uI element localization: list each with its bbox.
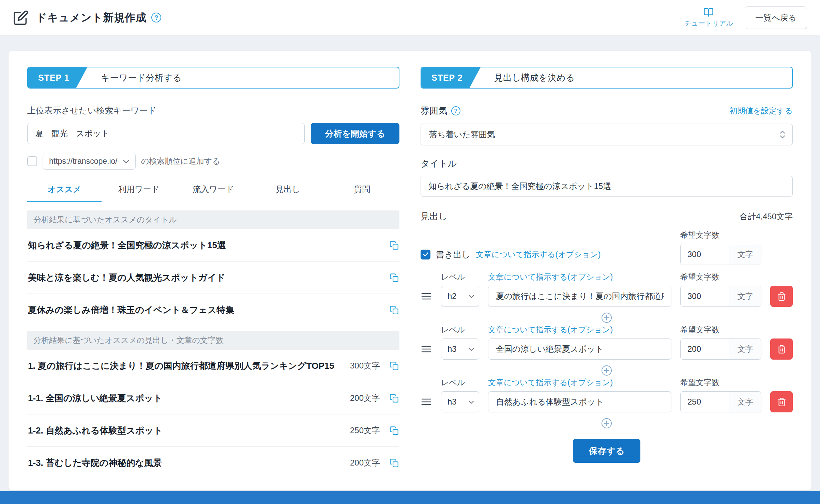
title-suggestion-row: 夏休みの楽しみ倍増！珠玉のイベント＆フェス特集 [27,294,399,326]
heading-text-input[interactable] [488,391,671,412]
add-heading-button[interactable] [601,365,612,376]
instruction-link[interactable]: 文章について指示する(オプション) [488,272,671,282]
level-select[interactable]: h2 [441,286,479,307]
tab-questions[interactable]: 質問 [325,178,399,202]
title-suggestion-row: 美味と涼を楽しむ！夏の人気観光スポットガイド [27,262,399,294]
copy-icon[interactable] [390,305,399,315]
copy-icon[interactable] [390,273,399,282]
heading-chars: 250文字 [350,424,380,437]
title-label: タイトル [421,158,793,170]
title-suggestion-text: 夏休みの楽しみ倍増！珠玉のイベント＆フェス特集 [28,303,381,317]
instruction-link[interactable]: 文章について指示する(オプション) [488,325,671,335]
add-heading-button[interactable] [601,418,612,429]
copy-icon[interactable] [390,394,399,403]
level-label: レベル [441,377,479,388]
drag-handle-icon[interactable] [421,345,431,353]
chevron-down-icon [469,347,474,351]
heading-suggestion-text: 1-2. 自然あふれる体験型スポット [28,424,342,437]
step1-badge: STEP 1 [28,67,87,88]
level-select-value: h3 [447,344,457,354]
heading-chars-input[interactable] [681,286,729,306]
site-url-value: https://transcope.io/ [49,157,118,166]
intro-checkbox[interactable] [421,250,430,259]
step1-title: キーワード分析する [101,72,182,84]
edit-document-icon [13,10,29,26]
recommended-headings-header: 分析結果に基づいたオススメの見出し・文章の文字数 [27,331,399,350]
rank-checkbox-suffix: の検索順位に追加する [141,156,220,167]
trash-icon [777,345,786,354]
step1-panel: STEP 1 キーワード分析する 上位表示させたい検索キーワード 分析を開始する… [27,67,399,490]
rank-checkbox[interactable] [27,156,37,166]
heading-suggestion-text: 1. 夏の旅行はここに決まり！夏の国内旅行都道府県別人気ランキングTOP15 [28,359,342,373]
level-select-value: h3 [447,397,457,407]
level-select[interactable]: h3 [441,338,479,360]
step2-title: 見出し構成を決める [494,72,575,84]
mood-help-icon[interactable]: ? [451,106,460,115]
total-chars: 合計4,450文字 [740,211,793,222]
site-url-select[interactable]: https://transcope.io/ [43,153,136,170]
desired-chars-label: 希望文字数 [680,272,761,282]
level-select[interactable]: h3 [441,391,479,412]
recommended-titles-header: 分析結果に基づいたオススメのタイトル [27,210,399,229]
keyword-input[interactable] [27,123,305,144]
step2-badge: STEP 2 [421,67,481,88]
save-button[interactable]: 保存する [573,439,640,463]
desired-chars-label: 希望文字数 [680,377,761,388]
tutorial-button[interactable]: チュートリアル [684,7,733,28]
tab-headings[interactable]: 見出し [250,178,325,202]
tab-used-words[interactable]: 利用ワード [102,178,176,202]
mood-select[interactable]: 落ち着いた雰囲気 [421,124,793,145]
level-label: レベル [441,325,479,335]
analyze-button[interactable]: 分析を開始する [311,123,399,144]
title-suggestion-text: 美味と涼を楽しむ！夏の人気観光スポットガイド [28,271,381,284]
heading-chars-input[interactable] [681,339,729,359]
heading-suggestion-row: 1. 夏の旅行はここに決まり！夏の国内旅行都道府県別人気ランキングTOP15 3… [27,350,399,382]
heading-chars-group: 文字 [680,391,761,412]
step1-banner: STEP 1 キーワード分析する [27,67,399,89]
chars-unit: 文字 [729,244,761,265]
trash-icon [777,397,786,407]
heading-text-input[interactable] [488,338,671,360]
back-to-list-button[interactable]: 一覧へ戻る [745,6,807,29]
level-select-value: h2 [447,292,457,301]
title-input[interactable] [421,176,793,197]
delete-heading-button[interactable] [770,391,793,412]
add-heading-divider [421,365,793,376]
select-updown-icon [779,130,786,139]
add-heading-button[interactable] [601,312,612,323]
book-icon [703,7,714,17]
intro-instruction-link[interactable]: 文章について指示する(オプション) [476,249,601,260]
intro-chars-group: 文字 [680,244,761,265]
copy-icon[interactable] [390,361,399,371]
copy-icon[interactable] [390,458,399,468]
set-defaults-link[interactable]: 初期値を設定する [729,106,793,116]
delete-heading-button[interactable] [770,286,793,307]
heading-chars: 200文字 [350,391,380,405]
title-suggestion-text: 知られざる夏の絶景！全国究極の涼スポット15選 [28,238,381,252]
tab-inflow-words[interactable]: 流入ワード [176,178,250,202]
step2-banner: STEP 2 見出し構成を決める [421,67,793,89]
copy-icon[interactable] [390,426,399,435]
tutorial-label: チュートリアル [684,19,733,28]
page-help-icon[interactable]: ? [151,13,161,22]
heading-row: レベル 文章について指示する(オプション) 希望文字数 h2 文字 [421,272,793,307]
intro-row: 希望文字数 書き出し 文章について指示する(オプション) 文字 [421,230,793,265]
chevron-down-icon [469,295,474,298]
page-header: ドキュメント新規作成 ? チュートリアル 一覧へ戻る [0,0,820,35]
heading-chars: 300文字 [350,359,380,373]
tab-recommend[interactable]: オススメ [27,178,102,202]
instruction-link[interactable]: 文章について指示する(オプション) [488,377,671,388]
drag-handle-icon[interactable] [421,292,431,300]
desired-chars-label: 希望文字数 [680,230,761,240]
heading-suggestion-row: 1-1. 全国の涼しい絶景夏スポット 200文字 [27,382,399,414]
heading-chars-input[interactable] [681,392,729,412]
drag-handle-icon[interactable] [421,398,431,406]
intro-chars-input[interactable] [681,244,729,265]
add-heading-divider [421,312,793,323]
desired-chars-label: 希望文字数 [680,325,761,335]
analysis-tabs: オススメ 利用ワード 流入ワード 見出し 質問 [27,178,399,202]
heading-text-input[interactable] [488,286,671,307]
copy-icon[interactable] [390,241,399,250]
heading-row: レベル 文章について指示する(オプション) 希望文字数 h3 文字 [421,377,793,412]
delete-heading-button[interactable] [770,338,793,360]
